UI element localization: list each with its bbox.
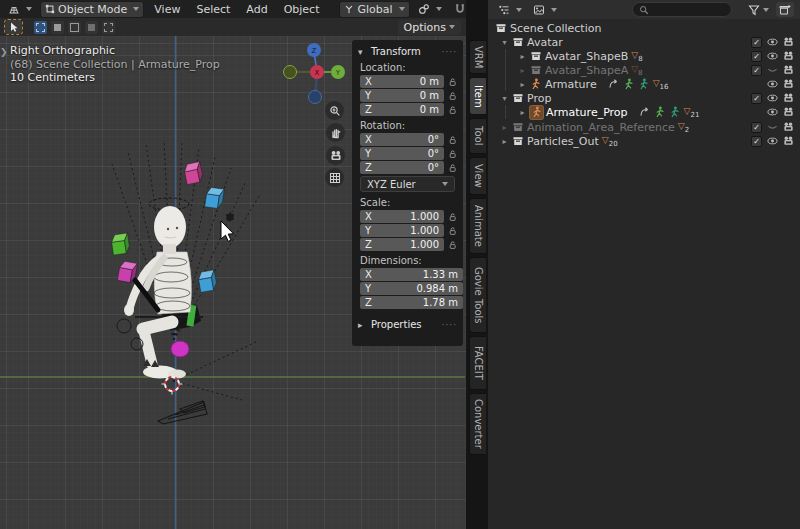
outliner-row-armature-prop[interactable]: ▸ Armature_Prop ▽21 xyxy=(488,105,800,119)
dimensions-z-field[interactable]: Z1.78 m xyxy=(360,296,463,309)
exclude-checkbox[interactable]: ✓ xyxy=(751,51,762,62)
expand-triangle[interactable]: ▸ xyxy=(518,66,527,75)
hide-eye-icon[interactable] xyxy=(767,107,778,118)
select-mode-intersect-button[interactable] xyxy=(102,21,115,34)
toolbar-expand-chevron[interactable]: ❯ xyxy=(0,47,8,57)
lock-icon[interactable] xyxy=(448,135,457,145)
outliner-editor-type-button[interactable] xyxy=(494,3,526,17)
gizmo-z-neg-axis[interactable] xyxy=(309,91,322,104)
hide-eye-closed-icon[interactable] xyxy=(767,122,778,133)
lock-icon[interactable] xyxy=(448,240,457,250)
exclude-checkbox[interactable]: ✓ xyxy=(751,37,762,48)
lock-icon[interactable] xyxy=(448,226,457,236)
navigation-gizmo[interactable]: Z Y X xyxy=(278,38,353,108)
location-x-field[interactable]: X0 m xyxy=(360,75,444,88)
tab-govie-tools[interactable]: Govie Tools xyxy=(469,257,486,333)
rotation-mode-dropdown[interactable]: XYZ Euler xyxy=(360,176,455,192)
menu-view[interactable]: View xyxy=(148,3,186,16)
outliner-row-avatar[interactable]: ▾ Avatar ✓ xyxy=(488,35,800,49)
camera-view-button[interactable] xyxy=(326,146,345,165)
editor-type-button[interactable] xyxy=(4,2,36,16)
render-camera-icon[interactable] xyxy=(783,51,794,62)
hide-eye-icon[interactable] xyxy=(767,136,778,147)
location-z-field[interactable]: Z0 m xyxy=(360,103,444,116)
scale-z-field[interactable]: Z1.000 xyxy=(360,238,444,251)
tab-animate[interactable]: Animate xyxy=(469,198,486,254)
lock-icon[interactable] xyxy=(448,212,457,222)
scale-y-field[interactable]: Y1.000 xyxy=(360,224,444,237)
expand-triangle[interactable]: ▸ xyxy=(518,108,527,117)
lock-icon[interactable] xyxy=(448,105,457,115)
outliner-row-scene-collection[interactable]: Scene Collection xyxy=(488,21,800,35)
tab-item[interactable]: Item xyxy=(469,77,486,115)
render-camera-icon[interactable] xyxy=(783,136,794,147)
rotation-x-field[interactable]: X0° xyxy=(360,133,444,146)
location-y-field[interactable]: Y0 m xyxy=(360,89,444,102)
select-mode-invert-button[interactable] xyxy=(85,21,98,34)
select-mode-extend-button[interactable] xyxy=(51,21,64,34)
menu-object[interactable]: Object xyxy=(278,3,326,16)
dimensions-x-field[interactable]: X1.33 m xyxy=(360,268,463,281)
hide-eye-icon[interactable] xyxy=(767,79,778,90)
exclude-checkbox[interactable]: ✓ xyxy=(751,122,762,133)
render-camera-icon[interactable] xyxy=(783,79,794,90)
transform-panel-header[interactable]: ▾ Transform ···· xyxy=(352,44,463,59)
tab-faceit[interactable]: FACEIT xyxy=(469,336,486,390)
outliner-row-armature[interactable]: ▸ Armature ▽16 xyxy=(488,77,800,91)
pivot-point-button[interactable] xyxy=(414,2,446,16)
pan-view-button[interactable] xyxy=(326,123,345,142)
outliner-row-avatar-shapea[interactable]: ▸ Avatar_ShapeA ▽8 ✓ xyxy=(488,63,800,77)
expand-triangle[interactable]: ▸ xyxy=(500,137,509,146)
scale-x-field[interactable]: X1.000 xyxy=(360,210,444,223)
zoom-view-button[interactable] xyxy=(325,101,344,120)
properties-panel-header[interactable]: ▸ Properties ···· xyxy=(352,317,463,332)
render-camera-icon[interactable] xyxy=(783,65,794,76)
hide-eye-closed-icon[interactable] xyxy=(767,65,778,76)
panel-drag-dots[interactable]: ···· xyxy=(442,47,457,57)
expand-triangle[interactable]: ▸ xyxy=(518,52,527,61)
outliner-row-avatar-shapeb[interactable]: ▸ Avatar_ShapeB ▽8 ✓ xyxy=(488,49,800,63)
expand-triangle[interactable]: ▾ xyxy=(500,38,509,47)
expand-triangle[interactable]: ▸ xyxy=(500,123,509,132)
render-camera-icon[interactable] xyxy=(783,122,794,133)
outliner-row-particles-out[interactable]: ▸ Particles_Out ▽20 ✓ xyxy=(488,134,800,148)
select-mode-set-button[interactable] xyxy=(34,21,47,34)
lock-icon[interactable] xyxy=(448,149,457,159)
hide-eye-icon[interactable] xyxy=(767,37,778,48)
render-camera-icon[interactable] xyxy=(783,93,794,104)
expand-triangle[interactable]: ▸ xyxy=(518,80,527,89)
tab-tool[interactable]: Tool xyxy=(469,118,486,154)
new-collection-button[interactable] xyxy=(776,2,794,17)
exclude-checkbox[interactable]: ✓ xyxy=(751,93,762,104)
rotation-y-field[interactable]: Y0° xyxy=(360,147,444,160)
rotation-z-field[interactable]: Z0° xyxy=(360,161,444,174)
outliner-search[interactable] xyxy=(632,2,732,17)
filter-button[interactable] xyxy=(748,4,769,16)
panel-drag-dots[interactable]: ···· xyxy=(442,320,457,330)
hide-eye-icon[interactable] xyxy=(767,93,778,104)
exclude-checkbox[interactable]: ✓ xyxy=(751,65,762,76)
tab-view[interactable]: View xyxy=(469,157,486,195)
dimensions-y-field[interactable]: Y0.984 m xyxy=(360,282,463,295)
lock-icon[interactable] xyxy=(448,77,457,87)
gizmo-y-neg-axis[interactable] xyxy=(284,66,297,79)
select-mode-subtract-button[interactable] xyxy=(68,21,81,34)
display-mode-button[interactable] xyxy=(529,3,561,17)
transform-orientation-button[interactable]: Global xyxy=(339,1,409,18)
render-camera-icon[interactable] xyxy=(783,37,794,48)
tab-vrm[interactable]: VRM xyxy=(469,40,486,74)
outliner-row-prop[interactable]: ▾ Prop ✓ xyxy=(488,91,800,105)
options-button[interactable]: Options xyxy=(398,20,461,35)
tab-converter[interactable]: Converter xyxy=(469,393,486,455)
mode-select-button[interactable]: Object Mode xyxy=(40,1,144,18)
ortho-toggle-button[interactable] xyxy=(325,168,344,187)
hide-eye-icon[interactable] xyxy=(767,51,778,62)
lock-icon[interactable] xyxy=(448,91,457,101)
expand-triangle[interactable]: ▾ xyxy=(500,94,509,103)
outliner-row-animation-area-reference[interactable]: ▸ Animation_Area_Reference ▽2 ✓ xyxy=(488,120,800,134)
menu-select[interactable]: Select xyxy=(190,3,236,16)
lock-icon[interactable] xyxy=(448,163,457,173)
tweak-tool-button[interactable] xyxy=(5,20,22,34)
search-input[interactable] xyxy=(653,3,717,16)
render-camera-icon[interactable] xyxy=(783,107,794,118)
